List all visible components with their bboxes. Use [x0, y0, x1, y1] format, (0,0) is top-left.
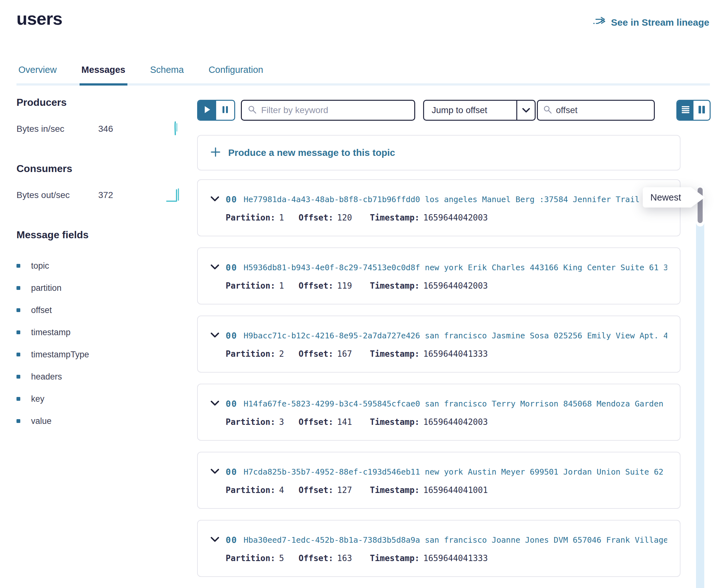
message-row[interactable]: 00 H14fa67fe-5823-4299-b3c4-595845cfcae0… [197, 384, 680, 441]
field-item-offset[interactable]: offset [17, 299, 183, 321]
offset-value: 163 [337, 553, 352, 563]
tab-schema[interactable]: Schema [148, 60, 186, 83]
message-value-preview: H9bacc71c-b12c-4216-8e95-2a7da727e426 sa… [244, 331, 667, 340]
bytes-out-value: 372 [98, 190, 113, 200]
chevron-down-icon[interactable] [210, 264, 219, 271]
offset-label: Offset: [298, 417, 333, 427]
timestamp-label: Timestamp: [370, 417, 420, 427]
chevron-down-icon[interactable] [516, 101, 535, 120]
partition-value: 3 [279, 417, 284, 427]
scrollbar-track[interactable] [696, 185, 704, 588]
chevron-down-icon[interactable] [210, 400, 219, 407]
offset-label: Offset: [298, 213, 333, 223]
message-row[interactable]: 00 H5936db81-b943-4e0f-8c29-74513e0c0d8f… [197, 248, 680, 304]
partition-label: Partition: [226, 485, 275, 495]
timestamp-label: Timestamp: [370, 553, 420, 563]
partition-value: 1 [279, 281, 284, 291]
search-icon [248, 105, 256, 115]
jump-to-offset-label: Jump to offset [424, 101, 516, 120]
field-item-timestamptype[interactable]: timestampType [17, 343, 183, 365]
field-item-headers[interactable]: headers [17, 365, 183, 388]
consumers-heading: Consumers [17, 163, 183, 174]
tab-bar: Overview Messages Schema Configuration [17, 60, 710, 86]
field-bullet-icon [17, 286, 20, 290]
jump-to-offset-select[interactable]: Jump to offset [423, 100, 536, 121]
message-row[interactable]: 00 H9bacc71c-b12c-4216-8e95-2a7da727e426… [197, 316, 680, 373]
timestamp-label: Timestamp: [370, 281, 420, 291]
producers-heading: Producers [17, 97, 183, 108]
field-bullet-icon [17, 397, 20, 401]
view-mode-toggle[interactable] [676, 100, 710, 121]
bytes-in-value: 346 [98, 124, 113, 134]
play-button[interactable] [198, 101, 216, 120]
timestamp-value: 1659644042003 [424, 417, 488, 427]
message-summary: 00 H14fa67fe-5823-4299-b3c4-595845cfcae0… [210, 399, 667, 409]
message-row[interactable]: 00 H7cda825b-35b7-4952-88ef-c193d546eb11… [197, 452, 680, 509]
offset-input-value: offset [556, 105, 577, 115]
page-title: users [17, 8, 62, 29]
field-bullet-icon [17, 375, 20, 379]
message-fields-list: topic partition offset timestamp timesta… [17, 255, 183, 432]
tab-messages[interactable]: Messages [80, 60, 127, 86]
message-meta: Partition:2 Offset:167 Timestamp:1659644… [210, 349, 667, 359]
field-item-partition[interactable]: partition [17, 277, 183, 299]
message-meta: Partition:1 Offset:119 Timestamp:1659644… [210, 281, 667, 291]
chevron-down-icon[interactable] [210, 196, 219, 203]
partition-label: Partition: [226, 281, 275, 291]
field-bullet-icon [17, 308, 20, 312]
filter-keyword-input[interactable]: Filter by keyword [241, 100, 415, 121]
filter-placeholder: Filter by keyword [261, 105, 328, 115]
field-item-key[interactable]: key [17, 388, 183, 410]
field-item-topic[interactable]: topic [17, 255, 183, 277]
field-item-value[interactable]: value [17, 410, 183, 432]
message-row[interactable]: 00 Hba30eed7-1edc-452b-8b1a-738d3b5d8a9a… [197, 520, 680, 577]
field-bullet-icon [17, 419, 20, 423]
offset-search-input[interactable]: offset [537, 100, 655, 121]
newest-tooltip: Newest [643, 187, 705, 208]
message-value-preview: H14fa67fe-5823-4299-b3c4-595845cfcae0 sa… [244, 399, 667, 408]
producers-metric-row: Bytes in/sec 346 [17, 120, 183, 138]
field-bullet-icon [17, 264, 20, 268]
lineage-arrows-icon [593, 17, 606, 28]
key-icon: 00 [226, 535, 238, 545]
column-view-button[interactable] [694, 101, 710, 120]
partition-value: 2 [279, 349, 284, 359]
message-meta: Partition:3 Offset:141 Timestamp:1659644… [210, 417, 667, 427]
message-summary: 00 H9bacc71c-b12c-4216-8e95-2a7da727e426… [210, 331, 667, 340]
bytes-in-label: Bytes in/sec [17, 124, 98, 134]
partition-label: Partition: [226, 417, 275, 427]
field-item-timestamp[interactable]: timestamp [17, 321, 183, 343]
key-icon: 00 [226, 399, 238, 409]
consumers-metric-row: Bytes out/sec 372 [17, 186, 183, 204]
offset-label: Offset: [298, 485, 333, 495]
plus-icon [210, 147, 221, 159]
chevron-down-icon[interactable] [210, 332, 219, 339]
key-icon: 00 [226, 194, 238, 204]
message-row[interactable]: 00 He77981da-4a43-48ab-b8f8-cb71b96ffdd0… [197, 179, 680, 236]
tab-overview[interactable]: Overview [17, 60, 59, 83]
timestamp-value: 1659644041001 [424, 485, 488, 495]
bytes-out-label: Bytes out/sec [17, 190, 98, 200]
stream-lineage-link[interactable]: See in Stream lineage [593, 17, 709, 28]
chevron-down-icon[interactable] [210, 468, 219, 476]
produce-message-button[interactable]: Produce a new message to this topic [197, 135, 680, 170]
message-value-preview: H7cda825b-35b7-4952-88ef-c193d546eb11 ne… [244, 467, 667, 477]
producers-sparkline [169, 120, 183, 138]
message-meta: Partition:1 Offset:120 Timestamp:1659644… [210, 213, 667, 223]
timestamp-value: 1659644041333 [424, 553, 488, 563]
offset-value: 141 [337, 417, 352, 427]
live-consume-toggle[interactable] [197, 100, 235, 121]
offset-value: 119 [337, 281, 352, 291]
pause-icon [222, 105, 228, 115]
column-view-icon [698, 105, 705, 115]
offset-label: Offset: [298, 281, 333, 291]
pause-button[interactable] [216, 101, 234, 120]
chevron-down-icon[interactable] [210, 537, 219, 544]
message-summary: 00 H5936db81-b943-4e0f-8c29-74513e0c0d8f… [210, 262, 667, 272]
message-value-preview: He77981da-4a43-48ab-b8f8-cb71b96ffdd0 lo… [244, 195, 649, 204]
newest-marker: Newest [643, 187, 705, 208]
consumers-sparkline [166, 186, 183, 204]
tab-configuration[interactable]: Configuration [207, 60, 265, 83]
list-view-button[interactable] [677, 101, 694, 120]
message-summary: 00 He77981da-4a43-48ab-b8f8-cb71b96ffdd0… [210, 194, 667, 204]
